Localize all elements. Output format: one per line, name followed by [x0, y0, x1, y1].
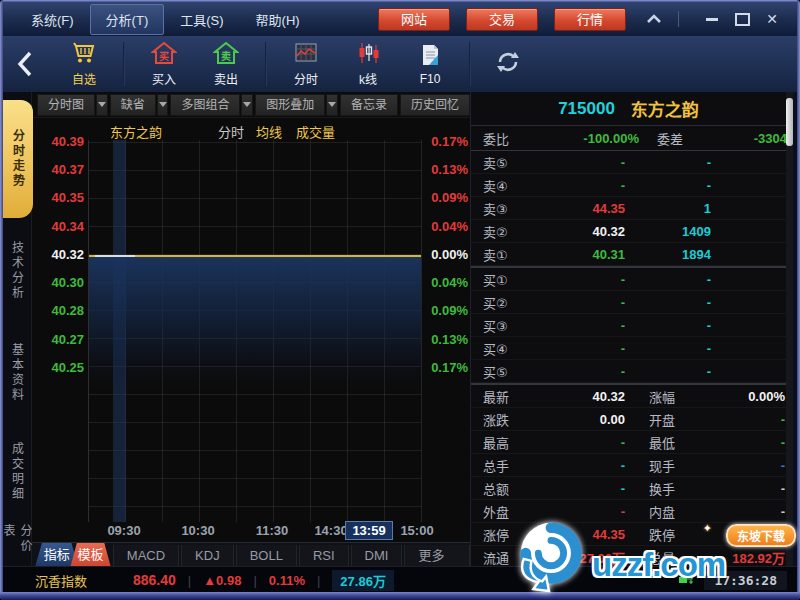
info-value: - — [697, 435, 785, 450]
multi-chart-button[interactable]: 多图组合 — [170, 94, 240, 116]
bid-row[interactable]: 买① - - — [471, 268, 786, 291]
y-axis-price-label: 40.34 — [31, 219, 84, 234]
website-button[interactable]: 网站 — [378, 8, 450, 31]
intraday-button[interactable]: 分时 — [278, 41, 334, 87]
index-name[interactable]: 沉香指数 — [35, 571, 87, 590]
info-value: 40.32 — [527, 389, 625, 404]
menu-tools[interactable]: 工具(S) — [164, 4, 239, 35]
window-frame-left — [0, 0, 3, 600]
tab-kdj[interactable]: KDJ — [181, 545, 234, 566]
overlay-button[interactable]: 图形叠加 — [255, 94, 325, 116]
back-button[interactable] — [17, 51, 33, 77]
tab-dmi[interactable]: DMI — [351, 545, 403, 566]
history-replay-button[interactable]: 历史回忆 — [400, 94, 470, 116]
tab-template[interactable]: 模板 — [70, 543, 110, 567]
y-axis-price-label: 40.32 — [31, 247, 84, 262]
info-value: 182.92万 — [697, 548, 785, 567]
legend-intraday[interactable]: 分时 — [218, 122, 244, 141]
bid-row[interactable]: 买③ - - — [471, 314, 786, 337]
tab-boll[interactable]: BOLL — [236, 545, 297, 566]
maximize-button[interactable] — [731, 9, 753, 29]
quotes-button[interactable]: 行情 — [554, 8, 626, 31]
connection-status-icon[interactable] — [678, 572, 694, 588]
scrollbar-thumb[interactable] — [786, 98, 793, 146]
bid-level-label: 买① — [483, 270, 527, 289]
kline-label: k线 — [359, 70, 377, 87]
info-value: - — [527, 481, 625, 496]
ask-row[interactable]: 卖⑤ - - — [471, 151, 786, 174]
default-layout-button[interactable]: 缺省 — [110, 94, 156, 116]
bid-row[interactable]: 买⑤ - - — [471, 360, 786, 383]
buy-button[interactable]: 买 买入 — [136, 41, 192, 87]
kline-button[interactable]: k线 — [340, 41, 396, 87]
sidebar-tab-intraday-trend[interactable]: 分时走势 — [3, 100, 33, 218]
watchlist-button[interactable]: 自选 — [56, 41, 112, 87]
info-label: 换手 — [649, 479, 697, 498]
info-label: 开盘 — [649, 410, 697, 429]
bid-row[interactable]: 买④ - - — [471, 337, 786, 360]
sidebar-tab-basic-info[interactable]: 基本资料 — [3, 328, 31, 418]
bid-level-label: 买⑤ — [483, 362, 527, 381]
buy-house-icon: 买 — [151, 41, 177, 69]
info-label: 流通 — [483, 548, 527, 567]
multi-chart-dropdown-icon[interactable] — [241, 94, 253, 116]
menu-help[interactable]: 帮助(H) — [240, 4, 316, 35]
intraday-chart: 东方之韵 分时 均线 成交量 40.39 40.37 40.35 40.34 4… — [31, 118, 470, 542]
weibi-value: -100.00% — [527, 131, 639, 146]
menu-analysis[interactable]: 分析(T) — [90, 4, 165, 35]
info-label: 总手 — [483, 456, 527, 475]
info-value: 36.29 — [697, 527, 785, 542]
svg-text:买: 买 — [159, 51, 169, 62]
legend-volume[interactable]: 成交量 — [296, 122, 335, 141]
ask-row[interactable]: 卖③ 44.35 1 — [471, 197, 786, 220]
commission-ratio-row: 委比 -100.00% 委差 -3304 — [471, 126, 786, 151]
weicha-label: 委差 — [639, 129, 701, 148]
overlay-dropdown-icon[interactable] — [326, 94, 338, 116]
trade-button[interactable]: 交易 — [466, 8, 538, 31]
chart-type-button[interactable]: 分时图 — [37, 94, 95, 116]
tab-macd[interactable]: MACD — [113, 545, 179, 566]
info-label: 涨跌 — [483, 410, 527, 429]
y-axis-price-label: 40.35 — [31, 190, 84, 205]
quote-panel-scrollbar[interactable] — [786, 92, 793, 566]
y-axis-price-label: 40.30 — [31, 275, 84, 290]
minimize-button[interactable] — [701, 9, 723, 29]
tab-rsi[interactable]: RSI — [299, 545, 349, 566]
intraday-label: 分时 — [294, 70, 318, 87]
legend-average[interactable]: 均线 — [256, 122, 282, 141]
ask-level-label: 卖③ — [483, 199, 527, 218]
chart-plot[interactable] — [88, 140, 422, 522]
bid-row[interactable]: 买② - - — [471, 291, 786, 314]
refresh-button[interactable] — [493, 48, 523, 80]
ask-row[interactable]: 卖② 40.32 1409 — [471, 220, 786, 243]
sidebar-tab-trade-detail[interactable]: 成交明细 — [3, 428, 31, 516]
ask-level-label: 卖① — [483, 245, 527, 264]
info-label: 最高 — [483, 433, 527, 452]
info-label: 总量 — [649, 548, 697, 567]
memo-button[interactable]: 备忘录 — [340, 94, 398, 116]
sell-button[interactable]: 卖 卖出 — [198, 41, 254, 87]
default-layout-dropdown-icon[interactable] — [157, 94, 169, 116]
price-area-fill — [89, 257, 421, 392]
info-value: 44.35 — [527, 527, 625, 542]
info-value: - — [527, 504, 625, 519]
ask-row[interactable]: 卖④ - - — [471, 174, 786, 197]
collapse-toolbar-icon[interactable] — [646, 14, 662, 24]
tab-more-indicators[interactable]: 更多指标 — [404, 545, 470, 566]
ask-level-label: 卖④ — [483, 176, 527, 195]
time-axis: 09:30 10:30 11:30 14:30 15:00 13:59 — [31, 520, 470, 542]
sidebar-tab-price-table[interactable]: 分价表 — [3, 524, 31, 566]
sidebar-tab-technical-analysis[interactable]: 技术分析 — [3, 224, 31, 318]
info-value: - — [527, 435, 625, 450]
ask-row[interactable]: 卖① 40.31 1894 — [471, 243, 786, 266]
close-button[interactable]: ✕ — [761, 9, 783, 29]
time-tick: 14:30 — [314, 523, 347, 538]
chart-type-dropdown-icon[interactable] — [96, 94, 108, 116]
ask-level-label: 卖⑤ — [483, 153, 527, 172]
menu-system[interactable]: 系统(F) — [15, 4, 90, 35]
info-label: 总额 — [483, 479, 527, 498]
f10-button[interactable]: F10 — [402, 43, 458, 86]
info-label: 外盘 — [483, 502, 527, 521]
stock-name: 东方之韵 — [631, 96, 699, 121]
y-axis-percent-label: 0.13% — [423, 332, 468, 347]
